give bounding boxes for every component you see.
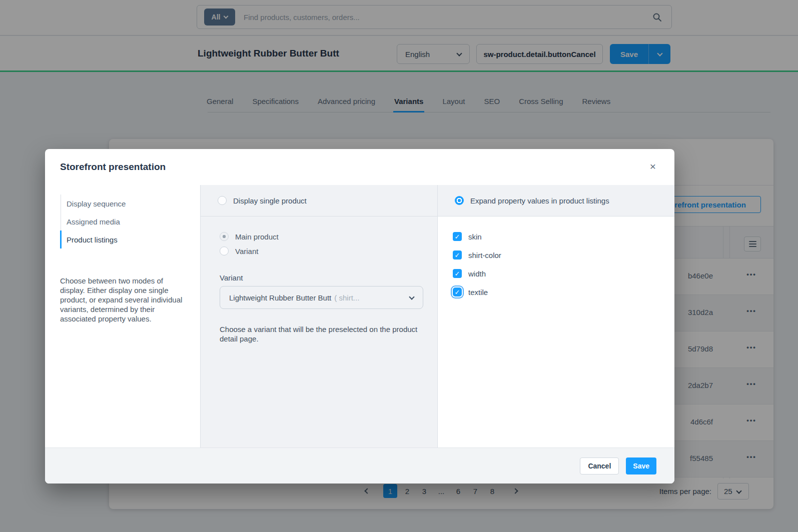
modal-nav: Display sequence Assigned media Product … xyxy=(61,194,200,248)
property-label: skin xyxy=(468,232,482,241)
main-product-option: Main product xyxy=(220,232,422,241)
expand-properties-section: Expand property values in product listin… xyxy=(438,185,674,448)
modal-body: Display sequence Assigned media Product … xyxy=(45,185,674,448)
variant-option-label: Variant xyxy=(235,247,258,256)
check-icon: ✓ xyxy=(455,252,460,258)
expand-mode-row: Expand property values in product listin… xyxy=(438,185,674,216)
modal-header: Storefront presentation × xyxy=(45,149,674,185)
single-product-mode-row: Display single product xyxy=(201,185,437,216)
property-row-textile: ✓ textile xyxy=(453,288,674,296)
expand-mode-label: Expand property values in product listin… xyxy=(470,196,609,205)
property-list: ✓ skin ✓ shirt-color ✓ width ✓ textile xyxy=(438,216,674,296)
modal-cancel-button[interactable]: Cancel xyxy=(580,458,619,474)
chevron-down-icon xyxy=(409,294,414,300)
property-row-shirt-color: ✓ shirt-color xyxy=(453,250,674,260)
nav-item-product-listings[interactable]: Product listings xyxy=(60,230,200,248)
check-icon: ✓ xyxy=(455,270,460,277)
radio-expand-property-values[interactable] xyxy=(455,196,464,205)
variant-field-label: Variant xyxy=(220,274,422,282)
checkbox-textile[interactable]: ✓ xyxy=(453,288,462,296)
checkbox-skin[interactable]: ✓ xyxy=(453,232,462,241)
radio-variant[interactable] xyxy=(220,246,229,256)
modal-title: Storefront presentation xyxy=(60,162,166,172)
radio-display-single-product[interactable] xyxy=(218,196,227,205)
checkbox-width[interactable]: ✓ xyxy=(453,269,462,278)
single-product-options: Main product Variant Variant Lightweight… xyxy=(201,216,437,344)
single-product-section: Display single product Main product Vari… xyxy=(200,185,438,448)
property-row-skin: ✓ skin xyxy=(453,232,674,241)
check-icon: ✓ xyxy=(455,234,460,240)
property-label: shirt-color xyxy=(468,251,501,260)
checkbox-shirt-color[interactable]: ✓ xyxy=(453,250,462,260)
nav-item-display-sequence[interactable]: Display sequence xyxy=(61,194,200,212)
variant-select-suffix: ( shirt... xyxy=(334,294,359,302)
property-label: width xyxy=(468,270,486,278)
variant-option: Variant xyxy=(220,246,422,256)
variant-select-value: Lightweight Rubber Butter Butt xyxy=(229,294,331,302)
modal-footer: Cancel Save xyxy=(45,448,674,484)
property-row-width: ✓ width xyxy=(453,269,674,278)
property-label: textile xyxy=(468,288,488,296)
variant-help-text: Choose a variant that will be the presel… xyxy=(220,324,420,344)
single-product-mode-label: Display single product xyxy=(233,196,307,205)
close-icon[interactable]: × xyxy=(646,160,659,173)
modal-save-button[interactable]: Save xyxy=(626,458,656,474)
storefront-presentation-modal: Storefront presentation × Display sequen… xyxy=(45,149,674,484)
radio-main-product[interactable] xyxy=(220,232,229,241)
main-product-label: Main product xyxy=(235,232,279,241)
check-icon: ✓ xyxy=(455,289,460,296)
mode-description: Choose between two modes of display. Eit… xyxy=(60,276,189,324)
screen: All Find products, customers, orders... … xyxy=(0,0,798,532)
variant-select[interactable]: Lightweight Rubber Butter Butt ( shirt..… xyxy=(220,286,423,309)
nav-item-assigned-media[interactable]: Assigned media xyxy=(61,212,200,230)
modal-sidebar: Display sequence Assigned media Product … xyxy=(45,185,200,448)
